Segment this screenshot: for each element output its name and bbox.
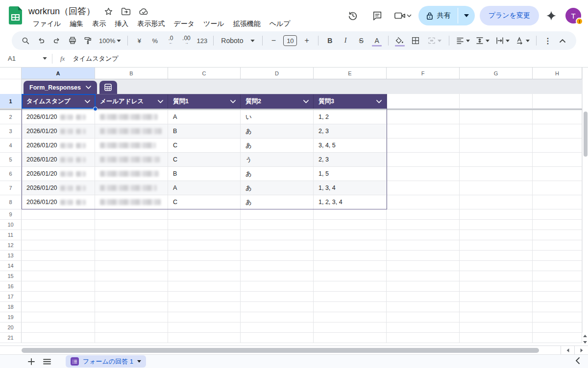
name-box[interactable]: A1	[0, 55, 47, 62]
cell-q1[interactable]: C	[168, 153, 241, 167]
fill-color-button[interactable]	[393, 34, 407, 47]
cell[interactable]	[533, 181, 582, 195]
vertical-scrollbar[interactable]	[582, 68, 588, 345]
row-header-15[interactable]: 15	[0, 271, 22, 281]
vertical-scrollbar-thumb[interactable]	[584, 112, 588, 157]
cell[interactable]	[387, 292, 460, 302]
meet-button[interactable]	[392, 11, 414, 21]
cell[interactable]	[314, 271, 387, 281]
cell[interactable]	[168, 220, 241, 230]
cell[interactable]	[314, 220, 387, 230]
cell[interactable]	[387, 312, 460, 322]
search-icon[interactable]	[19, 34, 32, 47]
cell[interactable]	[460, 240, 533, 251]
cell-email[interactable]	[95, 181, 168, 195]
cell-q1[interactable]: B	[168, 124, 241, 138]
cell-q2[interactable]: い	[241, 110, 314, 124]
menu-item-5[interactable]: 表示形式	[133, 18, 169, 30]
row-header-11[interactable]: 11	[0, 230, 22, 240]
cell[interactable]	[533, 138, 582, 153]
header-cell-4[interactable]: 質問2	[241, 94, 314, 109]
cell[interactable]	[168, 292, 241, 302]
column-header-G[interactable]: G	[460, 68, 533, 79]
cell[interactable]	[95, 292, 168, 302]
cell[interactable]	[95, 312, 168, 322]
row-header-1[interactable]: 1	[0, 94, 22, 109]
cell-q3[interactable]: 1, 5	[314, 167, 387, 181]
cell[interactable]	[460, 333, 533, 343]
table-name-tab[interactable]: Form_Responses	[24, 81, 97, 94]
cell-q2[interactable]: あ	[241, 124, 314, 138]
header-cell-2[interactable]: メールアドレス	[95, 94, 168, 109]
cell[interactable]	[168, 209, 241, 220]
borders-button[interactable]	[409, 34, 422, 47]
cell-q1[interactable]: A	[168, 110, 241, 124]
document-title[interactable]: workrun（回答）	[28, 5, 95, 17]
scroll-up-button[interactable]	[582, 333, 588, 339]
cell-q2[interactable]: あ	[241, 167, 314, 181]
cell[interactable]	[95, 271, 168, 281]
cell[interactable]	[387, 302, 460, 312]
cell[interactable]	[168, 322, 241, 333]
cell-q3[interactable]: 3, 4, 5	[314, 138, 387, 153]
row-header-2[interactable]: 2	[0, 110, 22, 124]
cell[interactable]	[533, 292, 582, 302]
cell[interactable]	[241, 230, 314, 240]
formula-input[interactable]: タイムスタンプ	[73, 54, 118, 63]
cell[interactable]	[387, 240, 460, 251]
cell[interactable]	[95, 209, 168, 220]
cell[interactable]	[95, 333, 168, 343]
cell[interactable]	[387, 181, 460, 195]
row-header-10[interactable]: 10	[0, 220, 22, 230]
sheet-tab-menu-icon[interactable]	[137, 360, 141, 363]
horizontal-scrollbar-thumb[interactable]	[22, 348, 539, 353]
cell-email[interactable]	[95, 195, 168, 209]
cell[interactable]	[95, 230, 168, 240]
cell[interactable]	[22, 292, 95, 302]
font-size-input[interactable]: 10	[283, 35, 297, 46]
currency-format-button[interactable]: ¥	[132, 34, 146, 47]
cell[interactable]	[314, 281, 387, 292]
column-filter-chevron-icon[interactable]	[85, 100, 90, 103]
cell[interactable]	[533, 240, 582, 251]
cell[interactable]	[168, 230, 241, 240]
cell[interactable]	[387, 271, 460, 281]
row-header-14[interactable]: 14	[0, 261, 22, 271]
cell[interactable]	[460, 124, 533, 138]
cell-timestamp[interactable]: 2026/01/20	[22, 138, 95, 153]
cell[interactable]	[168, 261, 241, 271]
column-filter-chevron-icon[interactable]	[376, 100, 382, 103]
table-menu-tab[interactable]	[99, 81, 117, 94]
cell[interactable]	[533, 312, 582, 322]
version-history-icon[interactable]	[343, 6, 363, 25]
row-header-8[interactable]: 8	[0, 195, 22, 209]
cell[interactable]	[387, 138, 460, 153]
cell[interactable]	[168, 251, 241, 261]
cell[interactable]	[387, 209, 460, 220]
row-header-6[interactable]: 6	[0, 167, 22, 181]
active-sheet-tab[interactable]: フォームの回答 1	[66, 355, 146, 368]
column-filter-chevron-icon[interactable]	[158, 100, 163, 103]
menu-item-9[interactable]: ヘルプ	[265, 18, 295, 30]
cell-email[interactable]	[95, 167, 168, 181]
row-header-5[interactable]: 5	[0, 153, 22, 167]
cell[interactable]	[241, 333, 314, 343]
collapse-panel-icon[interactable]	[575, 357, 580, 364]
cell[interactable]	[387, 322, 460, 333]
menu-item-1[interactable]: ファイル	[28, 18, 65, 30]
row-header-19[interactable]: 19	[0, 312, 22, 322]
row-header-21[interactable]: 21	[0, 333, 22, 343]
redo-button[interactable]	[50, 34, 64, 47]
share-button[interactable]: 共有	[418, 6, 458, 25]
cell[interactable]	[241, 302, 314, 312]
cell-timestamp[interactable]: 2026/01/20	[22, 181, 95, 195]
cell[interactable]	[168, 271, 241, 281]
column-header-A[interactable]: A	[22, 68, 95, 79]
cell[interactable]	[460, 261, 533, 271]
text-rotation-button[interactable]	[514, 34, 532, 47]
cell[interactable]	[22, 322, 95, 333]
scroll-right-button[interactable]	[574, 346, 588, 355]
cell-email[interactable]	[95, 124, 168, 138]
cell[interactable]	[460, 251, 533, 261]
cell[interactable]	[460, 110, 533, 124]
